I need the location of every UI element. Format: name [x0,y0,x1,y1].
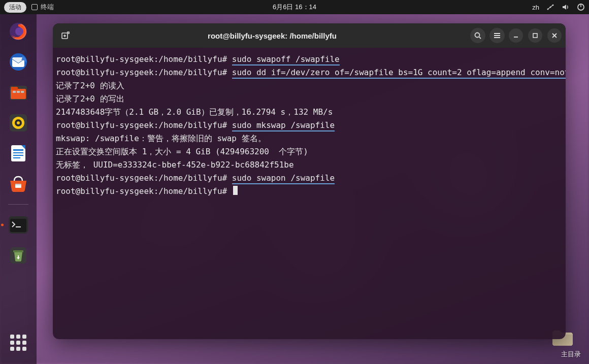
terminal-prompt: root@billyfu-sysgeek:/home/billyfu# [56,120,232,130]
svg-rect-32 [494,33,500,34]
power-icon[interactable] [577,3,585,11]
svg-point-6 [15,27,23,36]
titlebar: root@billyfu-sysgeek: /home/billyfu [53,23,566,48]
activities-button[interactable]: 活动 [4,2,26,13]
dock-terminal[interactable] [6,213,30,237]
svg-rect-27 [16,226,21,227]
minimize-button[interactable] [509,28,523,43]
dock [0,14,37,364]
maximize-button[interactable] [528,28,542,43]
dock-files[interactable] [6,80,30,105]
terminal-output: 2147483648字节（2.1 GB，2.0 GiB）已复制，16.2794 … [56,106,563,119]
terminal-app-icon [31,4,38,10]
dock-firefox[interactable] [6,19,30,44]
terminal-command: sudo swapon /swapfile [232,173,335,184]
menu-button[interactable] [489,28,505,43]
desktop-home-folder-label[interactable]: 主目录 [561,350,581,359]
svg-point-17 [17,121,20,124]
svg-rect-22 [13,157,20,158]
terminal-output: 正在设置交换空间版本 1，大小 = 4 GiB (4294963200 个字节) [56,145,563,158]
terminal-output: 记录了2+0 的读入 [56,79,563,92]
search-button[interactable] [470,28,485,43]
terminal-prompt: root@billyfu-sysgeek:/home/billyfu# [56,173,232,183]
svg-rect-12 [17,91,20,93]
svg-rect-13 [21,91,24,93]
svg-rect-21 [13,155,23,156]
terminal-content[interactable]: root@billyfu-sysgeek:/home/billyfu# sudo… [53,48,566,339]
terminal-cursor [233,186,238,195]
terminal-output: 无标签， UUID=e333324c-bbef-452e-b922-bc6884… [56,158,563,172]
svg-rect-29 [13,250,23,252]
dock-trash[interactable] [6,243,30,268]
terminal-command: sudo swapoff /swapfile [232,54,340,65]
terminal-command: sudo mkswap /swapfile [232,120,335,131]
app-menu-label: 终端 [41,3,54,12]
terminal-output: 记录了2+0 的写出 [56,92,563,106]
dock-rhythmbox[interactable] [6,111,30,135]
dock-software[interactable] [6,172,30,196]
top-panel: 活动 终端 6月6日 16：14 zh [0,0,589,14]
svg-rect-11 [13,91,16,93]
svg-rect-19 [13,149,23,151]
svg-rect-36 [533,34,537,38]
terminal-window: root@billyfu-sysgeek: /home/billyfu root… [53,23,566,339]
terminal-command: sudo dd if=/dev/zero of=/swapfile bs=1G … [232,68,566,79]
window-title: root@billyfu-sysgeek: /home/billyfu [78,31,466,40]
svg-rect-9 [11,89,26,99]
terminal-prompt: root@billyfu-sysgeek:/home/billyfu# [56,54,232,64]
show-applications[interactable] [6,330,30,355]
svg-point-31 [475,33,480,38]
svg-rect-34 [494,37,500,38]
app-menu[interactable]: 终端 [31,3,54,12]
terminal-prompt: root@billyfu-sysgeek:/home/billyfu# [56,186,232,196]
svg-rect-35 [514,37,518,38]
dock-divider [8,204,28,205]
svg-rect-24 [15,184,21,185]
svg-rect-33 [494,35,500,36]
terminal-prompt: root@billyfu-sysgeek:/home/billyfu# [56,68,232,77]
dock-writer[interactable] [6,141,30,166]
volume-icon[interactable] [562,3,570,11]
input-method-indicator[interactable]: zh [532,4,539,11]
clock[interactable]: 6月6日 16：14 [273,3,316,12]
dock-thunderbird[interactable] [6,50,30,74]
terminal-output: mkswap: /swapfile：警告，将擦除旧的 swap 签名。 [56,132,563,145]
svg-rect-10 [11,87,18,90]
svg-rect-20 [13,152,23,153]
network-icon[interactable] [546,3,554,11]
new-tab-button[interactable] [57,27,74,44]
svg-rect-26 [10,219,26,232]
svg-rect-4 [580,4,581,7]
close-button[interactable] [547,28,562,43]
